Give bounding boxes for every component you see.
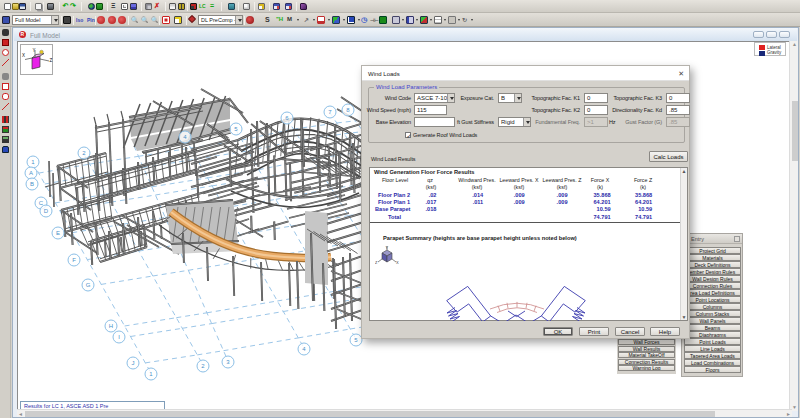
svg-text:A: A: [29, 170, 33, 176]
svg-text:J: J: [132, 360, 135, 366]
svg-text:H: H: [109, 323, 113, 329]
svg-text:Y: Y: [386, 245, 389, 250]
svg-text:D: D: [44, 208, 49, 214]
svg-text:B: B: [30, 181, 34, 187]
svg-text:F: F: [72, 257, 76, 263]
svg-text:Z: Z: [50, 58, 53, 63]
svg-text:E: E: [56, 230, 60, 236]
svg-text:G: G: [86, 282, 91, 288]
svg-text:Y: Y: [33, 48, 36, 53]
svg-text:Z: Z: [375, 260, 378, 265]
svg-text:X: X: [396, 260, 399, 265]
svg-text:X: X: [22, 53, 25, 58]
